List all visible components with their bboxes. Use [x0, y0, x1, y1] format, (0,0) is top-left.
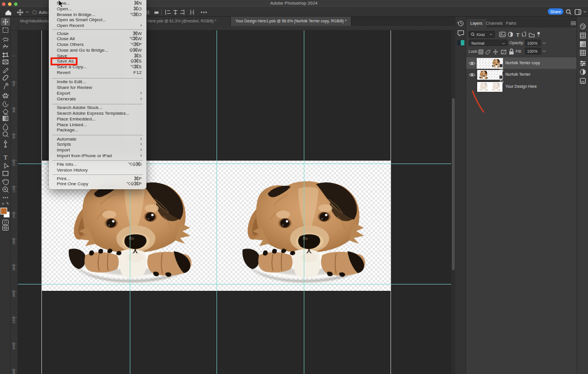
svg-text:400: 400	[12, 81, 16, 86]
svg-text:800: 800	[12, 133, 16, 138]
svg-text:2600: 2600	[12, 369, 16, 374]
svg-text:T: T	[3, 154, 7, 161]
svg-text:600: 600	[12, 107, 16, 112]
svg-text:2200: 2200	[12, 316, 16, 323]
svg-text:2000: 2000	[12, 290, 16, 297]
svg-text:2400: 2400	[12, 342, 16, 349]
svg-text:1600: 1600	[12, 238, 16, 245]
svg-text:1000: 1000	[12, 159, 16, 166]
svg-text:T: T	[516, 32, 520, 38]
svg-text:Share: Share	[550, 10, 561, 14]
svg-text:Kind: Kind	[477, 33, 485, 37]
svg-text:1200: 1200	[12, 185, 16, 192]
svg-text:1800: 1800	[12, 264, 16, 271]
svg-text:1400: 1400	[12, 212, 16, 219]
